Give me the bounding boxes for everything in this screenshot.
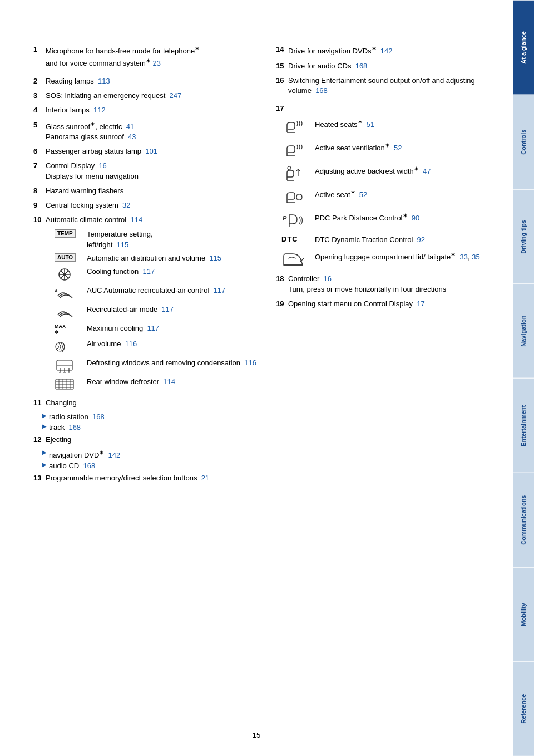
climate-cooling: Cooling function 117 xyxy=(55,267,259,282)
link-168e[interactable]: 168 xyxy=(315,86,328,95)
entry-num-12: 12 xyxy=(33,435,46,445)
link-116b[interactable]: 116 xyxy=(244,359,256,367)
tab-controls[interactable]: Controls xyxy=(513,95,534,189)
link-117c[interactable]: 117 xyxy=(161,305,174,313)
entry-text-12: Ejecting xyxy=(46,435,259,445)
link-142b[interactable]: 142 xyxy=(380,47,393,55)
link-41[interactable]: 41 xyxy=(126,122,134,131)
heated-seats-icon xyxy=(281,118,306,136)
climate-max: MAX❄ Maximum cooling 117 xyxy=(55,323,259,336)
link-33[interactable]: 33 xyxy=(460,253,468,262)
link-17[interactable]: 17 xyxy=(417,300,424,308)
link-113[interactable]: 113 xyxy=(98,77,110,85)
link-101[interactable]: 101 xyxy=(145,147,157,155)
temp-text: Temperature setting,left/right 115 xyxy=(87,229,259,249)
tab-navigation[interactable]: Navigation xyxy=(513,283,534,378)
bullet-track: ▶ track 168 xyxy=(42,423,259,431)
entry-num-16: 16 xyxy=(276,76,288,96)
max-label: MAX❄ xyxy=(55,323,66,336)
entry-4: 4 Interior lamps 112 xyxy=(33,105,259,115)
link-247[interactable]: 247 xyxy=(170,91,182,100)
link-35[interactable]: 35 xyxy=(472,253,479,262)
entry-num-5: 5 xyxy=(33,120,46,143)
entry-num-8: 8 xyxy=(33,186,46,196)
bullet-navdvd-text: navigation DVD✶ 142 xyxy=(49,449,120,459)
link-117b[interactable]: 117 xyxy=(214,286,226,294)
entry-num-14: 14 xyxy=(276,45,288,57)
link-16b[interactable]: 16 xyxy=(324,274,332,283)
entry-text-15: Drive for audio CDs 168 xyxy=(288,61,502,71)
entry-8: 8 Hazard warning flashers xyxy=(33,186,259,196)
link-16[interactable]: 16 xyxy=(98,161,106,170)
left-column: 1 Microphone for hands-free mode for tel… xyxy=(33,45,259,488)
link-168b[interactable]: 168 xyxy=(68,423,81,431)
right-sub-active-seat: Active seat✶ 52 xyxy=(281,188,502,206)
star-5: ✶ xyxy=(90,121,95,127)
link-168c[interactable]: 168 xyxy=(83,462,95,470)
right-sub-luggage: Opening luggage compartment lid/ tailgat… xyxy=(281,251,502,268)
backrest-icon-area xyxy=(281,165,315,183)
vent-icon-area xyxy=(281,141,315,159)
airvolume-icon xyxy=(55,339,75,355)
entry-num-1: 1 xyxy=(33,45,46,68)
link-43[interactable]: 43 xyxy=(128,132,136,141)
entry-num-19: 19 xyxy=(276,299,288,309)
link-114[interactable]: 114 xyxy=(130,215,142,224)
entry-9: 9 Central locking system 32 xyxy=(33,200,259,210)
link-115a[interactable]: 115 xyxy=(116,240,128,249)
entry-num-9: 9 xyxy=(33,200,46,210)
link-116a[interactable]: 116 xyxy=(125,340,137,348)
tab-mobility[interactable]: Mobility xyxy=(513,567,534,662)
entry-14: 14 Drive for navigation DVDs✶ 142 xyxy=(276,45,502,57)
max-text: Maximum cooling 117 xyxy=(87,323,259,333)
link-32[interactable]: 32 xyxy=(122,201,130,209)
auc-icon: A xyxy=(55,286,77,301)
entry-text-6: Passenger airbag status lamp 101 xyxy=(46,146,259,156)
tab-communications[interactable]: Communications xyxy=(513,473,534,567)
link-51[interactable]: 51 xyxy=(367,121,374,129)
entry-15: 15 Drive for audio CDs 168 xyxy=(276,61,502,71)
entry-text-19: Opening start menu on Control Display 17 xyxy=(288,299,502,309)
entry-17-sub-group: Heated seats✶ 51 Active seat ventilation… xyxy=(281,118,502,268)
pdc-text: PDC Park Distance Control✶ 90 xyxy=(315,212,502,224)
tab-entertainment[interactable]: Entertainment xyxy=(513,378,534,473)
link-117a[interactable]: 117 xyxy=(142,267,155,276)
link-92[interactable]: 92 xyxy=(417,235,425,244)
airvolume-text: Air volume 116 xyxy=(87,339,259,349)
entry-num-2: 2 xyxy=(33,76,46,86)
link-52a[interactable]: 52 xyxy=(394,144,402,153)
link-117d[interactable]: 117 xyxy=(147,324,159,332)
climate-defrost: Defrosting windows and removing condensa… xyxy=(55,358,259,374)
link-21[interactable]: 21 xyxy=(201,474,209,482)
link-47[interactable]: 47 xyxy=(423,168,431,176)
auto-text: Automatic air distribution and volume 11… xyxy=(87,253,259,263)
link-52b[interactable]: 52 xyxy=(359,191,367,199)
entry-17: 17 xyxy=(276,104,502,114)
entry-num-6: 6 xyxy=(33,146,46,156)
link-168d[interactable]: 168 xyxy=(355,62,368,70)
entry-num-18: 18 xyxy=(276,274,288,294)
pdc-icon-area: P xyxy=(281,212,315,229)
star-backrest: ✶ xyxy=(414,165,419,172)
climate-auto: AUTO Automatic air distribution and volu… xyxy=(55,253,259,263)
link-90[interactable]: 90 xyxy=(412,214,419,223)
right-sub-dtc: DTC DTC Dynamic Traction Control 92 xyxy=(281,235,502,245)
bullet-radio-text: radio station 168 xyxy=(49,413,105,421)
link-112[interactable]: 112 xyxy=(93,106,106,114)
link-168a[interactable]: 168 xyxy=(92,413,105,421)
star-14: ✶ xyxy=(372,45,377,52)
link-142[interactable]: 142 xyxy=(108,451,121,459)
tab-driving-tips[interactable]: Driving tips xyxy=(513,189,534,284)
link-114a[interactable]: 114 xyxy=(163,377,175,386)
cooling-icon xyxy=(55,267,75,282)
recirc-icon xyxy=(55,305,77,320)
entry-6: 6 Passenger airbag status lamp 101 xyxy=(33,146,259,156)
link-115b[interactable]: 115 xyxy=(209,254,221,262)
entry-num-7: 7 xyxy=(33,161,46,181)
tab-reference[interactable]: Reference xyxy=(513,661,534,756)
link-23[interactable]: 23 xyxy=(153,59,161,67)
bullet-navdvd: ▶ navigation DVD✶ 142 xyxy=(42,449,259,459)
luggage-icon-area xyxy=(281,251,315,268)
tab-at-a-glance[interactable]: At a glance xyxy=(513,0,534,95)
dtc-text: DTC Dynamic Traction Control 92 xyxy=(315,235,502,245)
